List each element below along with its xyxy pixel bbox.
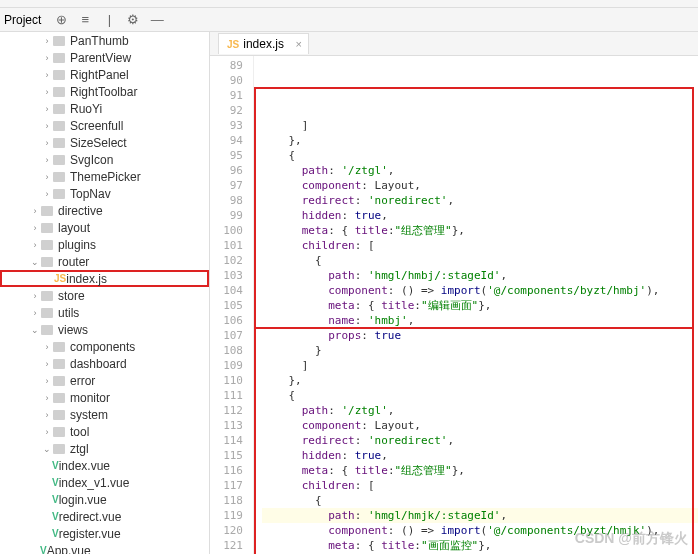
tree-item-label: SvgIcon bbox=[70, 153, 113, 167]
tree-item-login-vue[interactable]: Vlogin.vue bbox=[0, 491, 209, 508]
chevron-icon[interactable]: › bbox=[42, 121, 52, 131]
tree-item-label: RightPanel bbox=[70, 68, 129, 82]
tree-item-TopNav[interactable]: ›TopNav bbox=[0, 185, 209, 202]
chevron-icon[interactable]: › bbox=[42, 36, 52, 46]
tree-item-RightPanel[interactable]: ›RightPanel bbox=[0, 66, 209, 83]
tree-item-components[interactable]: ›components bbox=[0, 338, 209, 355]
folder-icon bbox=[40, 255, 54, 269]
tree-item-Screenfull[interactable]: ›Screenfull bbox=[0, 117, 209, 134]
hide-icon[interactable]: — bbox=[148, 11, 166, 29]
tree-item-RightToolbar[interactable]: ›RightToolbar bbox=[0, 83, 209, 100]
chevron-icon[interactable]: › bbox=[42, 342, 52, 352]
code-area[interactable]: 8990919293949596979899100101102103104105… bbox=[210, 56, 698, 554]
tree-item-tool[interactable]: ›tool bbox=[0, 423, 209, 440]
chevron-icon[interactable]: › bbox=[42, 359, 52, 369]
tree-item-index-vue[interactable]: Vindex.vue bbox=[0, 457, 209, 474]
tree-item-views[interactable]: ⌄views bbox=[0, 321, 209, 338]
folder-icon bbox=[52, 102, 66, 116]
chevron-icon[interactable]: › bbox=[30, 223, 40, 233]
tree-item-label: directive bbox=[58, 204, 103, 218]
tree-item-layout[interactable]: ›layout bbox=[0, 219, 209, 236]
folder-icon bbox=[52, 85, 66, 99]
vue-icon: V bbox=[52, 528, 59, 539]
chevron-icon[interactable]: › bbox=[42, 138, 52, 148]
chevron-icon[interactable]: › bbox=[42, 427, 52, 437]
tree-item-label: views bbox=[58, 323, 88, 337]
tree-item-label: RuoYi bbox=[70, 102, 102, 116]
folder-icon bbox=[52, 153, 66, 167]
chevron-icon[interactable]: › bbox=[42, 155, 52, 165]
tab-indexjs[interactable]: JS index.js × bbox=[218, 33, 309, 54]
tree-item-label: redirect.vue bbox=[59, 510, 122, 524]
tree-item-utils[interactable]: ›utils bbox=[0, 304, 209, 321]
folder-icon bbox=[52, 340, 66, 354]
chevron-icon[interactable]: › bbox=[42, 410, 52, 420]
chevron-icon[interactable]: › bbox=[30, 308, 40, 318]
project-toolbar: Project ⊕ ≡ | ⚙ — bbox=[0, 8, 698, 32]
folder-icon bbox=[52, 374, 66, 388]
tree-item-label: index.js bbox=[66, 272, 107, 286]
chevron-icon[interactable]: ⌄ bbox=[42, 444, 52, 454]
folder-icon bbox=[52, 51, 66, 65]
tree-item-PanThumb[interactable]: ›PanThumb bbox=[0, 32, 209, 49]
tab-label: index.js bbox=[243, 37, 284, 51]
tree-item-RuoYi[interactable]: ›RuoYi bbox=[0, 100, 209, 117]
tree-item-SizeSelect[interactable]: ›SizeSelect bbox=[0, 134, 209, 151]
tree-item-label: layout bbox=[58, 221, 90, 235]
chevron-icon[interactable]: › bbox=[42, 70, 52, 80]
tree-item-monitor[interactable]: ›monitor bbox=[0, 389, 209, 406]
tree-item-App-vue[interactable]: VApp.vue bbox=[0, 542, 209, 554]
tree-item-register-vue[interactable]: Vregister.vue bbox=[0, 525, 209, 542]
chevron-icon[interactable]: › bbox=[42, 104, 52, 114]
folder-icon bbox=[52, 68, 66, 82]
project-label[interactable]: Project bbox=[4, 13, 41, 27]
js-icon: JS bbox=[54, 273, 66, 284]
tree-item-directive[interactable]: ›directive bbox=[0, 202, 209, 219]
tree-item-store[interactable]: ›store bbox=[0, 287, 209, 304]
chevron-icon[interactable]: › bbox=[30, 240, 40, 250]
folder-icon bbox=[40, 289, 54, 303]
breadcrumb-bar bbox=[0, 0, 698, 8]
chevron-icon[interactable]: › bbox=[42, 393, 52, 403]
collapse-icon[interactable]: ⊕ bbox=[52, 11, 70, 29]
close-icon[interactable]: × bbox=[295, 38, 301, 50]
tree-item-system[interactable]: ›system bbox=[0, 406, 209, 423]
tree-item-label: index.vue bbox=[59, 459, 110, 473]
tree-item-index-js[interactable]: JSindex.js bbox=[0, 270, 209, 287]
editor-area: JS index.js × 89909192939495969798991001… bbox=[210, 32, 698, 554]
tree-item-label: RightToolbar bbox=[70, 85, 137, 99]
chevron-icon[interactable]: › bbox=[30, 291, 40, 301]
gear-icon[interactable]: ⚙ bbox=[124, 11, 142, 29]
tree-item-ParentView[interactable]: ›ParentView bbox=[0, 49, 209, 66]
folder-icon bbox=[52, 442, 66, 456]
tree-item-label: dashboard bbox=[70, 357, 127, 371]
folder-icon bbox=[40, 221, 54, 235]
tree-item-plugins[interactable]: ›plugins bbox=[0, 236, 209, 253]
chevron-icon[interactable]: › bbox=[42, 87, 52, 97]
expand-icon[interactable]: ≡ bbox=[76, 11, 94, 29]
chevron-icon[interactable]: › bbox=[42, 172, 52, 182]
tree-item-label: ztgl bbox=[70, 442, 89, 456]
tree-item-label: PanThumb bbox=[70, 34, 129, 48]
chevron-icon[interactable]: ⌄ bbox=[30, 257, 40, 267]
tree-item-label: register.vue bbox=[59, 527, 121, 541]
tree-item-dashboard[interactable]: ›dashboard bbox=[0, 355, 209, 372]
tree-item-router[interactable]: ⌄router bbox=[0, 253, 209, 270]
folder-icon bbox=[52, 391, 66, 405]
chevron-icon[interactable]: › bbox=[42, 376, 52, 386]
tree-item-error[interactable]: ›error bbox=[0, 372, 209, 389]
folder-icon bbox=[52, 34, 66, 48]
chevron-icon[interactable]: › bbox=[42, 189, 52, 199]
code-content[interactable]: ] }, { path: '/ztgl', component: Layout,… bbox=[254, 56, 698, 554]
tree-item-SvgIcon[interactable]: ›SvgIcon bbox=[0, 151, 209, 168]
chevron-icon[interactable]: › bbox=[30, 206, 40, 216]
tree-item-index_v1-vue[interactable]: Vindex_v1.vue bbox=[0, 474, 209, 491]
chevron-icon[interactable]: › bbox=[42, 53, 52, 63]
tree-item-ThemePicker[interactable]: ›ThemePicker bbox=[0, 168, 209, 185]
tab-bar: JS index.js × bbox=[210, 32, 698, 56]
tree-item-ztgl[interactable]: ⌄ztgl bbox=[0, 440, 209, 457]
project-tree[interactable]: ›PanThumb›ParentView›RightPanel›RightToo… bbox=[0, 32, 210, 554]
chevron-icon[interactable]: ⌄ bbox=[30, 325, 40, 335]
line-gutter: 8990919293949596979899100101102103104105… bbox=[210, 56, 254, 554]
tree-item-redirect-vue[interactable]: Vredirect.vue bbox=[0, 508, 209, 525]
